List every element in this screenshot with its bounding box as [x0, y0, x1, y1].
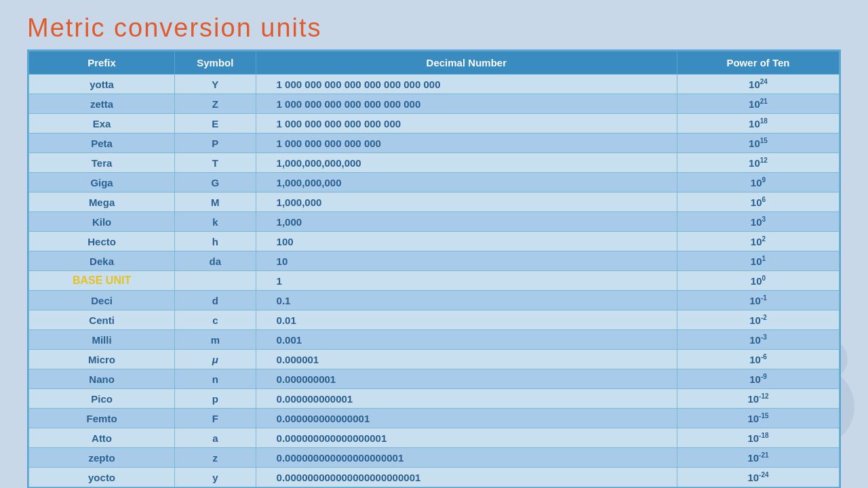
power-cell: 106 — [677, 192, 839, 212]
page-container: Metric conversion units Prefix Symbol De… — [0, 0, 868, 488]
prefix-cell: Deka — [29, 251, 175, 271]
decimal-cell: 1,000,000 — [256, 192, 677, 212]
table-row: Millim0.00110-3 — [29, 330, 840, 350]
decimal-cell: 0.001 — [256, 330, 677, 350]
power-cell: 10-12 — [677, 389, 839, 409]
decimal-cell: 1 — [256, 271, 677, 291]
prefix-cell: Micro — [29, 350, 175, 369]
prefix-cell: Atto — [29, 428, 175, 448]
col-header-power: Power of Ten — [677, 52, 839, 75]
table-row: PetaP1 000 000 000 000 0001015 — [29, 134, 840, 153]
decimal-cell: 1 000 000 000 000 000 000 000 000 — [256, 75, 677, 94]
decimal-cell: 0.000000001 — [256, 369, 677, 389]
symbol-cell: y — [175, 468, 256, 487]
power-cell: 109 — [677, 173, 839, 192]
power-cell: 10-18 — [677, 428, 839, 448]
table-row: FemtoF0.00000000000000110-15 — [29, 409, 840, 428]
power-cell: 10-1 — [677, 291, 839, 310]
table-row: zeptoz0.00000000000000000000110-21 — [29, 448, 840, 468]
prefix-cell: Nano — [29, 369, 175, 389]
decimal-cell: 100 — [256, 232, 677, 251]
symbol-cell: n — [175, 369, 256, 389]
decimal-cell: 10 — [256, 251, 677, 271]
prefix-cell: Kilo — [29, 212, 175, 232]
power-cell: 1012 — [677, 153, 839, 173]
symbol-cell: p — [175, 389, 256, 409]
decimal-cell: 1 000 000 000 000 000 000 000 — [256, 94, 677, 114]
prefix-cell: Centi — [29, 310, 175, 330]
metric-table-wrapper: Prefix Symbol Decimal Number Power of Te… — [27, 49, 841, 488]
prefix-cell: Femto — [29, 409, 175, 428]
power-cell: 1018 — [677, 114, 839, 134]
prefix-cell: Pico — [29, 389, 175, 409]
decimal-cell: 0.000001 — [256, 350, 677, 369]
decimal-cell: 0.000000000000000000001 — [256, 448, 677, 468]
symbol-cell: E — [175, 114, 256, 134]
metric-table: Prefix Symbol Decimal Number Power of Te… — [28, 51, 840, 487]
col-header-prefix: Prefix — [29, 52, 175, 75]
prefix-cell: Peta — [29, 134, 175, 153]
table-row: Decid0.110-1 — [29, 291, 840, 310]
power-cell: 101 — [677, 251, 839, 271]
power-cell: 10-21 — [677, 448, 839, 468]
prefix-cell: Hecto — [29, 232, 175, 251]
table-row: Kilok1,000103 — [29, 212, 840, 232]
symbol-cell: z — [175, 448, 256, 468]
prefix-cell: Exa — [29, 114, 175, 134]
power-cell: 1021 — [677, 94, 839, 114]
table-row: BASE UNIT1100 — [29, 271, 840, 291]
decimal-cell: 1,000,000,000,000 — [256, 153, 677, 173]
table-row: Nanon0.00000000110-9 — [29, 369, 840, 389]
symbol-cell: F — [175, 409, 256, 428]
symbol-cell: m — [175, 330, 256, 350]
symbol-cell: P — [175, 134, 256, 153]
table-row: Picop0.00000000000110-12 — [29, 389, 840, 409]
decimal-cell: 0.000000000000001 — [256, 409, 677, 428]
prefix-cell: Mega — [29, 192, 175, 212]
prefix-cell: BASE UNIT — [29, 271, 175, 291]
prefix-cell: zetta — [29, 94, 175, 114]
symbol-cell: c — [175, 310, 256, 330]
power-cell: 1015 — [677, 134, 839, 153]
table-row: Attoa0.00000000000000000110-18 — [29, 428, 840, 448]
symbol-cell: h — [175, 232, 256, 251]
power-cell: 10-9 — [677, 369, 839, 389]
col-header-symbol: Symbol — [175, 52, 256, 75]
decimal-cell: 1,000,000,000 — [256, 173, 677, 192]
decimal-cell: 0.1 — [256, 291, 677, 310]
decimal-cell: 1,000 — [256, 212, 677, 232]
decimal-cell: 0.000000000001 — [256, 389, 677, 409]
table-row: MegaM1,000,000106 — [29, 192, 840, 212]
prefix-cell: Deci — [29, 291, 175, 310]
symbol-cell: M — [175, 192, 256, 212]
table-row: Hectoh100102 — [29, 232, 840, 251]
symbol-cell: G — [175, 173, 256, 192]
power-cell: 1024 — [677, 75, 839, 94]
symbol-cell: a — [175, 428, 256, 448]
symbol-cell: μ — [175, 350, 256, 369]
symbol-cell: k — [175, 212, 256, 232]
prefix-cell: yotta — [29, 75, 175, 94]
symbol-cell: Y — [175, 75, 256, 94]
decimal-cell: 1 000 000 000 000 000 000 — [256, 114, 677, 134]
prefix-cell: Giga — [29, 173, 175, 192]
table-row: TeraT1,000,000,000,0001012 — [29, 153, 840, 173]
power-cell: 102 — [677, 232, 839, 251]
col-header-decimal: Decimal Number — [256, 52, 677, 75]
decimal-cell: 0.000000000000000001 — [256, 428, 677, 448]
prefix-cell: Tera — [29, 153, 175, 173]
symbol-cell — [175, 271, 256, 291]
prefix-cell: Milli — [29, 330, 175, 350]
decimal-cell: 0.01 — [256, 310, 677, 330]
table-row: Centic0.0110-2 — [29, 310, 840, 330]
table-row: Microμ0.00000110-6 — [29, 350, 840, 369]
table-row: ExaE1 000 000 000 000 000 0001018 — [29, 114, 840, 134]
power-cell: 10-24 — [677, 468, 839, 487]
power-cell: 10-3 — [677, 330, 839, 350]
table-row: zettaZ1 000 000 000 000 000 000 0001021 — [29, 94, 840, 114]
power-cell: 103 — [677, 212, 839, 232]
symbol-cell: Z — [175, 94, 256, 114]
prefix-cell: yocto — [29, 468, 175, 487]
power-cell: 10-2 — [677, 310, 839, 330]
decimal-cell: 1 000 000 000 000 000 — [256, 134, 677, 153]
